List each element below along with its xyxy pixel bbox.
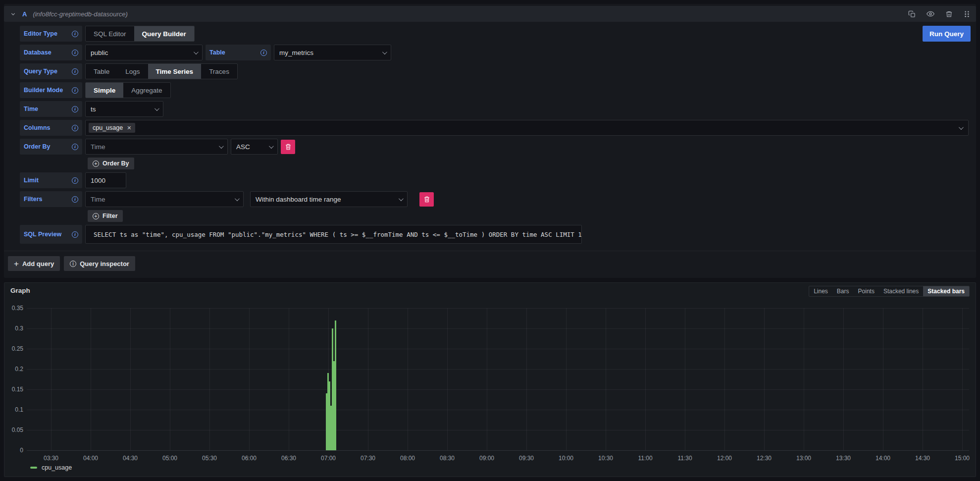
radio-option-traces[interactable]: Traces: [201, 64, 237, 79]
x-axis-tick-label: 09:30: [511, 455, 542, 462]
info-icon: i: [72, 31, 78, 37]
column-chip-cpu-usage[interactable]: cpu_usage ✕: [89, 123, 135, 133]
radio-option-aggregate[interactable]: Aggregate: [123, 83, 170, 98]
trash-icon: [285, 144, 291, 150]
info-icon: i: [72, 144, 78, 150]
radio-option-logs[interactable]: Logs: [117, 64, 148, 79]
table-select[interactable]: my_metrics: [274, 45, 391, 60]
time-label: Time i: [20, 101, 82, 117]
x-axis-tick-label: 07:00: [312, 455, 344, 462]
mode-tab-lines[interactable]: Lines: [809, 286, 832, 296]
x-gridline: [447, 308, 448, 450]
info-icon: i: [72, 106, 78, 112]
chevron-down-icon: [269, 144, 274, 149]
remove-query-trash-icon[interactable]: [945, 10, 953, 18]
hide-response-eye-icon[interactable]: [927, 10, 934, 18]
x-gridline: [289, 308, 289, 450]
mode-tab-stacked-lines[interactable]: Stacked lines: [879, 286, 923, 296]
editor-type-label: Editor Type i: [20, 26, 82, 42]
x-axis-tick-label: 03:30: [35, 455, 67, 462]
chevron-down-icon: [399, 196, 404, 201]
filter-field-select[interactable]: Time: [85, 191, 244, 207]
y-gridline: [27, 410, 969, 410]
info-icon: i: [72, 68, 78, 75]
order-by-field-select[interactable]: Time: [85, 139, 228, 155]
remove-chip-icon[interactable]: ✕: [127, 125, 131, 131]
time-series-plot: 0.350.30.250.20.150.10.05003:3004:0004:3…: [27, 308, 969, 450]
x-gridline: [923, 308, 923, 450]
sql-preview-text: SELECT ts as "time", cpu_usage FROM "pub…: [85, 225, 582, 244]
query-inspector-button[interactable]: i Query inspector: [64, 256, 135, 271]
remove-filter-button[interactable]: [419, 192, 434, 207]
info-circle-icon: i: [70, 261, 76, 267]
graph-panel: Graph LinesBarsPointsStacked linesStacke…: [4, 282, 976, 477]
add-order-by-button[interactable]: + Order By: [88, 158, 134, 169]
radio-option-sql-editor[interactable]: SQL Editor: [86, 26, 134, 41]
radio-option-simple[interactable]: Simple: [86, 83, 123, 98]
y-axis-tick-label: 0.05: [4, 427, 23, 433]
columns-multiselect[interactable]: cpu_usage ✕: [85, 120, 969, 136]
y-axis-tick-label: 0: [4, 447, 23, 454]
x-gridline: [645, 308, 646, 450]
x-gridline: [368, 308, 368, 450]
x-gridline: [249, 308, 250, 450]
filter-condition-select[interactable]: Within dashboard time range: [250, 191, 408, 207]
y-gridline: [27, 328, 969, 329]
x-gridline: [130, 308, 131, 450]
collapse-chevron-icon[interactable]: [10, 11, 16, 17]
x-gridline: [408, 308, 408, 450]
legend-item-cpu-usage[interactable]: cpu_usage: [30, 464, 72, 471]
x-axis-tick-label: 09:00: [471, 455, 503, 462]
query-editor-footer: + Add query i Query inspector: [4, 251, 976, 271]
add-filter-button[interactable]: + Filter: [88, 210, 123, 222]
mode-tab-points[interactable]: Points: [854, 286, 879, 296]
remove-order-by-button[interactable]: [281, 140, 295, 154]
x-gridline: [91, 308, 91, 450]
plus-icon: +: [14, 260, 19, 268]
x-axis-tick-label: 11:30: [669, 455, 701, 462]
radio-option-query-builder[interactable]: Query Builder: [134, 26, 194, 41]
x-axis-tick-label: 05:00: [154, 455, 186, 462]
columns-label: Columns i: [20, 120, 82, 136]
query-ref-id: A: [22, 10, 27, 18]
x-gridline: [843, 308, 844, 450]
y-gridline: [27, 308, 969, 309]
x-axis-tick-label: 12:00: [709, 455, 740, 462]
x-axis-tick-label: 05:30: [194, 455, 225, 462]
add-query-button[interactable]: + Add query: [8, 256, 60, 271]
x-gridline: [209, 308, 210, 450]
order-by-direction-select[interactable]: ASC: [231, 139, 278, 155]
y-gridline: [27, 389, 969, 390]
time-column-select[interactable]: ts: [85, 101, 163, 117]
limit-input[interactable]: 1000: [85, 172, 126, 188]
panel-title: Graph: [10, 287, 30, 294]
radio-option-time-series[interactable]: Time Series: [148, 64, 202, 79]
info-icon: i: [72, 87, 78, 94]
query-type-label: Query Type i: [20, 63, 82, 79]
chevron-down-icon: [155, 106, 159, 111]
duplicate-query-icon[interactable]: [908, 10, 916, 18]
database-select[interactable]: public: [85, 45, 203, 60]
radio-option-table[interactable]: Table: [86, 64, 117, 79]
y-axis-tick-label: 0.15: [4, 386, 23, 393]
query-row-header[interactable]: A (info8fcc-greptimedb-datasource): [4, 6, 976, 22]
builder-mode-radio-group: SimpleAggregate: [85, 82, 171, 98]
x-gridline: [487, 308, 487, 450]
chevron-down-icon: [194, 50, 199, 54]
mode-tab-bars[interactable]: Bars: [832, 286, 854, 296]
y-axis-tick-label: 0.2: [4, 366, 23, 373]
datasource-name: (info8fcc-greptimedb-datasource): [33, 10, 127, 18]
mode-tab-stacked-bars[interactable]: Stacked bars: [923, 286, 969, 296]
y-axis-tick-label: 0.25: [4, 345, 23, 352]
run-query-button[interactable]: Run Query: [923, 26, 971, 42]
x-axis-tick-label: 14:30: [907, 455, 938, 462]
x-axis-tick-label: 11:00: [629, 455, 661, 462]
x-gridline: [883, 308, 883, 450]
chevron-down-icon: [219, 144, 224, 149]
plus-circle-icon: +: [93, 213, 99, 219]
series-color-dash: [30, 467, 37, 469]
x-gridline: [724, 308, 725, 450]
drag-handle-icon[interactable]: [964, 10, 970, 18]
x-axis-tick-label: 13:30: [827, 455, 859, 462]
editor-type-radio-group: SQL EditorQuery Builder: [85, 26, 195, 42]
